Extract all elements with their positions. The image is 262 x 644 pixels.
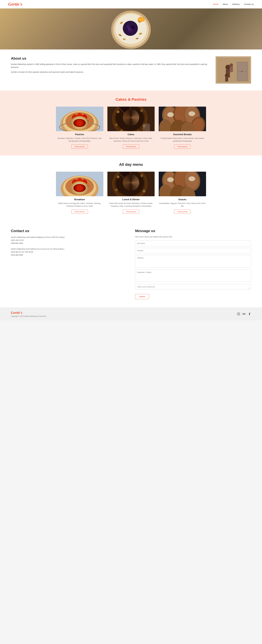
hero-cake-svg <box>111 9 151 49</box>
cakes-check-prices-button[interactable]: Check prices <box>123 144 139 149</box>
cakes-svg <box>107 106 155 131</box>
tripadvisor-icon[interactable] <box>242 312 246 316</box>
svg-point-81 <box>77 178 82 184</box>
svg-point-94 <box>115 188 118 191</box>
snacks-name: Snacks <box>159 198 206 201</box>
svg-rect-61 <box>145 126 150 131</box>
cakes-pastries-title: Cakes & Pastries <box>11 97 251 102</box>
contact-right: Message us We'll never share your detail… <box>135 229 251 299</box>
svg-point-86 <box>85 185 88 188</box>
breads-svg <box>159 106 206 131</box>
address-input[interactable] <box>135 255 251 267</box>
snacks-img-placeholder <box>159 172 206 196</box>
cakes-name: Cakes <box>107 133 155 136</box>
svg-point-51 <box>140 109 143 112</box>
svg-point-93 <box>142 190 145 192</box>
svg-point-37 <box>77 113 82 119</box>
about-title: About us <box>11 56 207 60</box>
contact-input[interactable] <box>135 248 251 254</box>
svg-point-24 <box>230 64 233 67</box>
svg-point-109 <box>189 176 195 181</box>
svg-rect-110 <box>237 313 240 315</box>
svg-point-85 <box>71 186 74 189</box>
svg-point-83 <box>75 183 80 190</box>
about-text: About us Gerties Bakeshop started in 199… <box>11 56 207 75</box>
hero-image <box>0 8 262 50</box>
svg-point-92 <box>140 174 143 177</box>
cakes-pastries-section: Cakes & Pastries <box>0 90 262 156</box>
svg-point-115 <box>244 314 244 314</box>
svg-rect-30 <box>238 72 247 80</box>
contact-location2-text: Gertie's Bakeshop and Fastfood Cut-cut (… <box>11 248 127 256</box>
lunch-dinner-img-placeholder <box>107 172 155 196</box>
nav: Home Menu Delivery Contact us <box>213 3 254 5</box>
preference-select[interactable]: Select your preference Pickup Delivery <box>135 284 251 290</box>
svg-point-84 <box>79 182 85 189</box>
svg-point-75 <box>189 112 195 116</box>
lunch-svg <box>107 172 155 196</box>
facebook-icon[interactable] <box>248 312 251 316</box>
cakes-description: Black forest, Mango Delicioso, Sylvannas… <box>107 137 155 142</box>
cakes-img-placeholder <box>107 106 155 131</box>
svg-point-39 <box>75 118 80 124</box>
svg-point-36 <box>72 114 78 121</box>
breakfast-description: Baked beans and Egg with coffee, Pandesa… <box>56 202 103 207</box>
footer-left: Gertie's Copyright © 2020 Gerties Bakesh… <box>11 311 46 317</box>
breakfast-name: Breakfast <box>56 198 103 201</box>
snacks-check-prices-button[interactable]: Check prices <box>174 210 191 214</box>
svg-point-41 <box>71 121 74 124</box>
logo: Gertie's <box>8 2 22 7</box>
breakfast-image <box>56 172 103 196</box>
nav-delivery[interactable]: Delivery <box>232 3 240 5</box>
breads-image <box>159 106 206 131</box>
lunch-dinner-card: Lunch & Dinner Pasta with tomato and bas… <box>107 172 155 214</box>
full-name-input[interactable] <box>135 240 251 246</box>
footer-copyright: Copyright © 2020 Gerties Bakeshop & Fast… <box>11 315 46 317</box>
svg-point-112 <box>239 313 239 314</box>
all-day-menu-section: All day menu <box>0 156 262 220</box>
pastries-image <box>56 106 103 131</box>
about-para1: Gerties Bakeshop started in 1990 selling… <box>11 63 207 69</box>
nav-home[interactable]: Home <box>213 3 219 5</box>
submit-button[interactable]: Submit <box>135 294 149 299</box>
instagram-icon[interactable] <box>237 312 240 316</box>
contact-title: Contact us <box>11 229 127 233</box>
lunch-dinner-check-prices-button[interactable]: Check prices <box>123 210 139 214</box>
lunch-dinner-image <box>107 172 155 196</box>
header: Gertie's Home Menu Delivery Contact us <box>0 0 262 8</box>
snacks-svg <box>159 172 206 196</box>
breakfast-card: Breakfast Baked beans and Egg with coffe… <box>56 172 103 214</box>
pastries-svg <box>56 106 103 131</box>
svg-point-117 <box>245 314 245 314</box>
preference-wrapper: Select your preference Pickup Delivery ⌄ <box>135 284 251 291</box>
about-section: About us Gerties Bakeshop started in 199… <box>0 50 262 90</box>
snacks-description: Empanaditas, Egg pie, Pichi pichi, Okoy … <box>159 202 206 207</box>
breakfast-check-prices-button[interactable]: Check prices <box>71 210 88 214</box>
svg-point-74 <box>167 112 174 117</box>
message-title: Message us <box>135 229 251 233</box>
contact-left: Contact us Gertie's Bakeshop and Fastfoo… <box>11 229 127 299</box>
pastries-check-prices-button[interactable]: Check prices <box>71 144 88 149</box>
footer-icons <box>237 312 251 316</box>
breakfast-img-placeholder <box>56 172 103 196</box>
svg-point-9 <box>130 30 132 32</box>
hero-section <box>0 8 262 50</box>
svg-point-42 <box>85 120 88 123</box>
breads-card: Assorted Breads Freshly baked whole brea… <box>159 106 206 149</box>
nav-menu[interactable]: Menu <box>223 3 228 5</box>
breakfast-svg <box>56 172 103 196</box>
pastries-card: Pastries Brownies, Sylvanas, Cookies, Ye… <box>56 106 103 149</box>
svg-point-53 <box>115 124 118 126</box>
svg-rect-27 <box>225 77 228 82</box>
svg-point-111 <box>238 314 239 314</box>
svg-point-43 <box>72 124 75 128</box>
cakes-image <box>107 106 155 131</box>
svg-point-26 <box>225 74 228 77</box>
enquiries-input[interactable] <box>135 270 251 282</box>
nav-contact[interactable]: Contact us <box>244 3 254 5</box>
breads-check-prices-button[interactable]: Check prices <box>174 144 191 149</box>
pastries-img-placeholder <box>56 106 103 131</box>
breads-img-placeholder <box>159 106 206 131</box>
footer: Gertie's Copyright © 2020 Gerties Bakesh… <box>0 308 262 320</box>
lunch-dinner-name: Lunch & Dinner <box>107 198 155 201</box>
